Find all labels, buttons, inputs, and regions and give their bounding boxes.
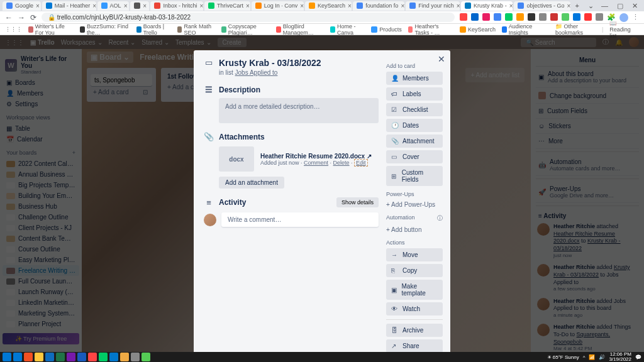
extension-icon[interactable] <box>494 13 501 21</box>
close-icon[interactable]: × <box>348 3 352 9</box>
browser-tab[interactable]: KeySearch× <box>305 1 352 11</box>
delete-link[interactable]: Delete <box>333 160 350 166</box>
bookmark-item[interactable]: 📁 Other bookmarks <box>555 23 596 36</box>
wifi-icon[interactable]: 📶 <box>589 354 595 360</box>
bookmark-item[interactable]: Writer's Life For You <box>28 23 74 36</box>
browser-tab[interactable]: Google× <box>3 1 41 11</box>
taskbar-app[interactable] <box>35 353 43 361</box>
browser-tab[interactable]: Inbox - hritchi× <box>150 1 203 11</box>
extension-icon[interactable] <box>539 13 547 21</box>
custom-fields-button[interactable]: ⊞Custom Fields <box>386 166 443 186</box>
system-tray-icon[interactable]: ^ <box>583 354 586 360</box>
taskbar-app[interactable] <box>88 353 97 361</box>
taskbar-app[interactable] <box>120 353 129 361</box>
back-icon[interactable]: ← <box>5 13 13 22</box>
show-details-button[interactable]: Show details <box>336 197 379 207</box>
close-icon[interactable]: × <box>509 3 513 9</box>
browser-tab[interactable]: AOL× <box>97 1 130 11</box>
notifications-icon[interactable]: 💬 <box>635 354 641 360</box>
edit-link[interactable]: Edit <box>354 159 368 167</box>
reload-icon[interactable]: ⟳ <box>30 13 36 22</box>
close-icon[interactable]: × <box>143 3 147 9</box>
bookmark-item[interactable]: Boards | Trello <box>136 23 171 36</box>
extension-icon[interactable] <box>562 13 569 21</box>
attachment-name[interactable]: Heather Ritchie Resume 2020.docx ↗ <box>260 153 372 160</box>
bookmark-item[interactable]: Home - Canva <box>330 23 365 36</box>
browser-tab[interactable]: × <box>130 1 149 11</box>
weather-widget[interactable]: ☀ 65°F Sunny <box>547 354 579 360</box>
close-icon[interactable]: × <box>92 3 96 9</box>
extension-icon[interactable] <box>516 13 524 21</box>
copy-button[interactable]: ⎘Copy <box>386 264 443 277</box>
taskbar-app[interactable] <box>142 353 150 361</box>
minimize-icon[interactable]: — <box>597 2 612 9</box>
close-icon[interactable]: × <box>567 3 570 9</box>
description-input[interactable]: Add a more detailed description… <box>219 98 379 123</box>
attachment-thumbnail[interactable]: docx <box>219 146 254 172</box>
browser-tab[interactable]: objectives - Go× <box>514 1 570 11</box>
url-input[interactable]: 🔒 trello.com/c/njnLkyBU/2-krusty-krab-03… <box>42 13 455 22</box>
close-window-icon[interactable]: ✕ <box>628 2 641 10</box>
extension-icon[interactable] <box>460 13 467 21</box>
browser-tab[interactable]: Find your nich× <box>406 1 460 11</box>
extension-icon[interactable] <box>471 13 479 21</box>
close-icon[interactable]: × <box>36 3 40 9</box>
taskbar-app[interactable] <box>56 353 65 361</box>
add-attachment-button[interactable]: Add an attachment <box>219 177 284 189</box>
bookmark-item[interactable]: Products <box>371 26 402 33</box>
bookmark-item[interactable]: BlogBird Managem… <box>276 23 324 36</box>
volume-icon[interactable]: 🔊 <box>599 354 605 360</box>
bookmark-item[interactable]: Heather's Tasks - … <box>408 23 453 36</box>
watch-button[interactable]: 👁Watch <box>386 302 443 315</box>
members-button[interactable]: 👤Members <box>386 72 443 85</box>
taskbar-app[interactable] <box>24 353 33 361</box>
maximize-icon[interactable]: ▢ <box>613 2 627 10</box>
close-modal-button[interactable]: ✕ <box>438 54 445 64</box>
browser-tab[interactable]: Mail - Heather× <box>42 1 96 11</box>
labels-button[interactable]: 🏷Labels <box>386 87 443 101</box>
extension-icon[interactable] <box>505 13 513 21</box>
move-button[interactable]: →Move <box>386 248 443 261</box>
taskbar-app[interactable] <box>109 353 118 361</box>
taskbar-app[interactable] <box>99 353 108 361</box>
info-icon[interactable]: ⓘ <box>437 214 443 222</box>
dates-button[interactable]: 🕐Dates <box>386 119 443 132</box>
close-icon[interactable]: × <box>199 3 203 9</box>
cover-button[interactable]: ▭Cover <box>386 150 443 163</box>
extension-icon[interactable] <box>482 13 490 21</box>
card-title[interactable]: Krusty Krab - 03/18/2022 <box>219 58 321 68</box>
start-button[interactable] <box>3 353 11 361</box>
browser-tab[interactable]: foundation fo× <box>353 1 404 11</box>
taskbar-app[interactable] <box>45 353 54 361</box>
attachment-button[interactable]: 📎Attachment <box>386 134 443 148</box>
taskbar-app[interactable] <box>67 353 75 361</box>
checklist-button[interactable]: ☑Checklist <box>386 103 443 116</box>
close-icon[interactable]: × <box>246 3 250 9</box>
list-link[interactable]: Jobs Applied to <box>235 69 278 76</box>
add-button-button[interactable]: + Add button <box>386 225 443 234</box>
extension-icon[interactable] <box>584 13 592 21</box>
extension-icon[interactable] <box>528 13 535 21</box>
bookmark-item[interactable]: BuzzSumo: Find the… <box>80 23 130 36</box>
template-button[interactable]: ▣Make template <box>386 280 443 300</box>
apps-icon[interactable]: ⋮⋮⋮ <box>5 26 22 33</box>
bookmark-item[interactable]: Copyscape Plagiari… <box>221 23 270 36</box>
close-icon[interactable]: × <box>401 3 404 9</box>
browser-tab[interactable]: Log In · Conv× <box>252 1 304 11</box>
comment-link[interactable]: Comment <box>304 160 328 166</box>
forward-icon[interactable]: → <box>18 13 25 22</box>
share-button[interactable]: ↗Share <box>386 339 443 353</box>
chevron-down-icon[interactable]: ⌄ <box>586 2 596 10</box>
bookmark-item[interactable]: Rank Math SEO <box>177 23 215 36</box>
bookmark-item[interactable]: Audience Insights <box>502 23 543 36</box>
browser-tab[interactable]: ThriveCart× <box>204 1 250 11</box>
new-tab-button[interactable]: + <box>572 2 583 9</box>
comment-input[interactable]: Write a comment… <box>221 212 379 227</box>
close-icon[interactable]: × <box>457 3 460 9</box>
archive-button[interactable]: 🗄Archive <box>386 324 443 337</box>
close-icon[interactable]: × <box>300 3 304 9</box>
taskbar-app[interactable] <box>77 353 86 361</box>
close-icon[interactable]: × <box>124 3 128 9</box>
extension-icon[interactable] <box>596 13 603 21</box>
browser-tab-active[interactable]: Krusty Krab -× <box>461 1 513 11</box>
